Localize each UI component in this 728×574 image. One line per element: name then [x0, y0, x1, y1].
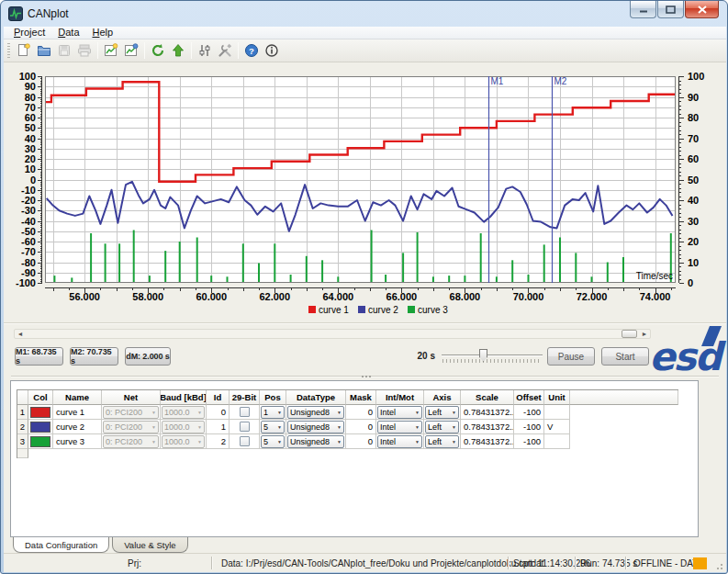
marker2-button[interactable]: M2: 70.735 s: [70, 347, 118, 366]
pos-select[interactable]: 1▼: [261, 406, 285, 419]
col-header-net[interactable]: Net: [102, 390, 161, 405]
chevron-down-icon[interactable]: ▼: [335, 424, 343, 430]
tab-data-configuration[interactable]: Data Configuration: [13, 537, 109, 553]
color-swatch[interactable]: [30, 436, 50, 447]
reload-icon[interactable]: [148, 41, 168, 61]
tab-value-style[interactable]: Value & Style: [112, 537, 187, 553]
splitter[interactable]: [4, 374, 726, 379]
chevron-down-icon[interactable]: ▼: [275, 424, 284, 430]
settings-icon[interactable]: [215, 41, 235, 61]
chevron-down-icon[interactable]: ▼: [450, 410, 458, 415]
col-header-intmot[interactable]: Int/Mot: [376, 390, 424, 405]
row-number[interactable]: 3: [17, 434, 28, 449]
cell-id[interactable]: 1: [207, 420, 230, 434]
axis-select[interactable]: Left▼: [425, 435, 459, 448]
delta-marker-button[interactable]: dM: 2.000 s: [125, 347, 171, 366]
new-row-stub[interactable]: [17, 449, 28, 458]
new-plot-icon[interactable]: [101, 41, 121, 61]
about-icon[interactable]: [262, 41, 282, 61]
chevron-down-icon[interactable]: ▼: [413, 424, 421, 430]
color-swatch[interactable]: [30, 422, 50, 433]
start-button[interactable]: Start: [601, 347, 649, 366]
title-bar[interactable]: CANplot: [1, 1, 727, 27]
close-button[interactable]: [685, 1, 719, 18]
col-header-unit[interactable]: Unit: [544, 390, 570, 405]
row-number[interactable]: 1: [17, 405, 28, 420]
scroll-left-icon[interactable]: ◄: [15, 330, 26, 338]
intmot-select[interactable]: Intel▼: [377, 435, 422, 448]
intmot-select[interactable]: Intel▼: [377, 421, 422, 433]
pos-select[interactable]: 5▼: [261, 421, 285, 433]
bit29-checkbox[interactable]: [240, 422, 250, 432]
maximize-button[interactable]: [657, 1, 684, 18]
menu-item-data[interactable]: Data: [51, 27, 85, 39]
datatype-select[interactable]: Unsigned8▼: [287, 435, 344, 448]
axis-select[interactable]: Left▼: [425, 406, 459, 419]
col-header-pos[interactable]: Pos: [260, 390, 286, 405]
cell-mask[interactable]: 0: [346, 420, 376, 434]
open-plot-icon[interactable]: [121, 41, 141, 61]
col-header-scale[interactable]: Scale: [461, 390, 514, 405]
col-header-bit29[interactable]: 29-Bit: [230, 390, 260, 405]
resize-grip[interactable]: [714, 561, 723, 570]
apply-icon[interactable]: [168, 41, 188, 61]
pos-select[interactable]: 5▼: [261, 435, 285, 448]
chevron-down-icon[interactable]: ▼: [335, 410, 343, 415]
bit29-checkbox[interactable]: [240, 407, 250, 417]
col-header-mask[interactable]: Mask: [346, 390, 376, 405]
cell-name[interactable]: curve 1: [53, 405, 102, 420]
cell-offset[interactable]: -100: [514, 434, 544, 449]
datatype-select[interactable]: Unsigned8▼: [287, 421, 344, 433]
cell-offset[interactable]: -100: [514, 405, 544, 420]
col-header-axis[interactable]: Axis: [424, 390, 461, 405]
cell-scale[interactable]: 0.78431372...: [461, 405, 514, 420]
cell-offset[interactable]: -100: [514, 420, 544, 434]
cell-unit[interactable]: [544, 405, 570, 420]
col-header-num[interactable]: [17, 390, 28, 405]
cell-mask[interactable]: 0: [346, 405, 376, 420]
chevron-down-icon[interactable]: ▼: [275, 410, 284, 415]
chevron-down-icon[interactable]: ▼: [335, 439, 343, 445]
cell-unit[interactable]: V: [544, 420, 570, 434]
intmot-select[interactable]: Intel▼: [377, 406, 422, 419]
help-icon[interactable]: ?: [241, 41, 262, 61]
datatype-select[interactable]: Unsigned8▼: [287, 406, 344, 419]
menu-item-project[interactable]: Project: [7, 27, 51, 39]
cell-scale[interactable]: 0.78431372...: [461, 434, 514, 449]
cell-id[interactable]: 2: [207, 434, 230, 449]
col-header-color[interactable]: Col: [28, 390, 53, 405]
col-header-baud[interactable]: Baud [kBd]: [161, 390, 207, 405]
col-header-offset[interactable]: Offset: [514, 390, 544, 405]
svg-text:74.000: 74.000: [640, 291, 671, 302]
color-swatch[interactable]: [30, 407, 50, 418]
marker1-button[interactable]: M1: 68.735 s: [15, 347, 63, 366]
toolbar-grip[interactable]: [7, 43, 10, 58]
cell-scale[interactable]: 0.78431372...: [461, 420, 514, 434]
cell-id[interactable]: 0: [207, 405, 230, 420]
pause-button[interactable]: Pause: [547, 347, 595, 366]
chevron-down-icon[interactable]: ▼: [450, 439, 458, 445]
col-header-datatype[interactable]: DataType: [286, 390, 346, 405]
menu-item-help[interactable]: Help: [86, 27, 120, 39]
new-project-icon[interactable]: [14, 41, 34, 61]
chart-scrollbar[interactable]: ◄ ►: [14, 329, 651, 339]
scrollbar-thumb[interactable]: [622, 330, 637, 338]
time-window-slider[interactable]: [442, 349, 543, 366]
open-project-icon[interactable]: [34, 41, 54, 61]
cell-name[interactable]: curve 2: [53, 420, 102, 434]
signal-config-icon[interactable]: [195, 41, 215, 61]
cell-mask[interactable]: 0: [346, 434, 376, 449]
chevron-down-icon[interactable]: ▼: [275, 439, 284, 445]
chevron-down-icon[interactable]: ▼: [413, 410, 421, 415]
col-header-id[interactable]: Id: [207, 390, 230, 405]
row-number[interactable]: 2: [17, 420, 28, 434]
minimize-button[interactable]: [630, 1, 656, 18]
table-header-row: ColNameNetBaud [kBd]Id29-BitPosDataTypeM…: [17, 390, 678, 405]
col-header-name[interactable]: Name: [53, 390, 102, 405]
axis-select[interactable]: Left▼: [425, 421, 459, 433]
chevron-down-icon[interactable]: ▼: [413, 439, 421, 445]
bit29-checkbox[interactable]: [240, 436, 250, 446]
cell-name[interactable]: curve 3: [53, 434, 102, 449]
chevron-down-icon[interactable]: ▼: [450, 424, 458, 430]
cell-unit[interactable]: [544, 434, 570, 449]
